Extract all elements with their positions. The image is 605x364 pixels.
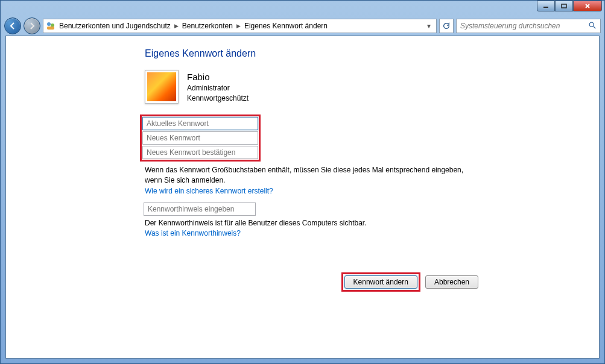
forward-button[interactable] — [24, 17, 40, 34]
secure-password-link[interactable]: Wie wird ein sicheres Kennwort erstellt? — [145, 187, 273, 195]
user-name: Fabio — [187, 71, 249, 83]
breadcrumb-item[interactable]: Benutzerkonten und Jugendschutz — [58, 22, 172, 30]
button-row: Kennwort ändern Abbrechen — [341, 272, 478, 292]
hint-note-text: Der Kennworthinweis ist für alle Benutze… — [145, 218, 464, 228]
search-icon[interactable] — [588, 21, 597, 31]
hint-help-link[interactable]: Was ist ein Kennworthinweis? — [145, 229, 241, 237]
caps-warning-text: Wenn das Kennwort Großbuchstaben enthält… — [145, 165, 464, 186]
search-box[interactable] — [456, 19, 601, 33]
chevron-right-icon: ▶ — [174, 23, 179, 29]
address-dropdown-icon[interactable]: ▾ — [424, 22, 434, 30]
change-password-button[interactable]: Kennwort ändern — [344, 275, 417, 289]
svg-rect-1 — [562, 4, 566, 8]
control-panel-window: Benutzerkonten und Jugendschutz ▶ Benutz… — [0, 0, 605, 364]
back-button[interactable] — [4, 17, 21, 34]
password-fields-highlight — [140, 115, 261, 162]
address-bar[interactable]: Benutzerkonten und Jugendschutz ▶ Benutz… — [43, 19, 437, 33]
avatar-image — [147, 72, 176, 101]
titlebar — [1, 1, 604, 16]
new-password-input[interactable] — [142, 131, 258, 145]
chevron-right-icon: ▶ — [236, 23, 241, 29]
confirm-password-input[interactable] — [142, 146, 258, 159]
avatar — [145, 70, 179, 104]
svg-point-7 — [589, 22, 594, 27]
user-status: Kennwortgeschützt — [187, 93, 249, 104]
maximize-button[interactable] — [555, 1, 573, 11]
navigation-bar: Benutzerkonten und Jugendschutz ▶ Benutz… — [1, 16, 604, 36]
window-controls — [537, 1, 602, 11]
user-tile: Fabio Administrator Kennwortgeschützt — [145, 70, 599, 104]
breadcrumb-item[interactable]: Eigenes Kennwort ändern — [243, 22, 329, 30]
content-area: Eigenes Kennwort ändern Fabio Administra… — [5, 36, 600, 359]
page-title: Eigenes Kennwort ändern — [145, 48, 599, 59]
primary-button-highlight: Kennwort ändern — [341, 272, 420, 292]
svg-line-8 — [594, 26, 596, 28]
hint-input-wrap — [144, 202, 256, 216]
minimize-button[interactable] — [537, 1, 555, 11]
user-accounts-icon — [46, 21, 55, 31]
close-button[interactable] — [573, 1, 602, 11]
password-hint-input[interactable] — [144, 202, 256, 216]
search-input[interactable] — [460, 22, 588, 30]
user-info: Fabio Administrator Kennwortgeschützt — [187, 71, 249, 104]
breadcrumb-item[interactable]: Benutzerkonten — [181, 22, 234, 30]
user-role: Administrator — [187, 83, 249, 93]
svg-point-4 — [47, 22, 51, 26]
cancel-button[interactable]: Abbrechen — [425, 275, 478, 289]
current-password-input[interactable] — [142, 117, 258, 130]
svg-rect-6 — [47, 27, 54, 30]
refresh-button[interactable] — [439, 19, 454, 33]
